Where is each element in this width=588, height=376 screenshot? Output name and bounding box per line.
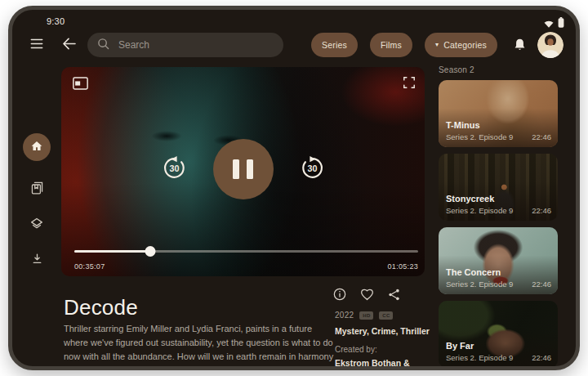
genres-text: Mystery, Crime, Thriller xyxy=(335,326,433,336)
pause-button[interactable] xyxy=(213,139,274,199)
episode-subtitle: Series 2. Episode 9 xyxy=(446,132,513,141)
layers-icon xyxy=(29,217,44,235)
categories-chip[interactable]: ▾ Categories xyxy=(425,33,497,57)
notifications-button[interactable] xyxy=(514,37,526,54)
app-screen: 9:30 Series Films xyxy=(12,10,576,366)
heart-icon xyxy=(360,289,374,303)
nav-rail xyxy=(23,133,51,268)
creators-line-2: Gabriela Suárez xyxy=(335,369,433,370)
episode-duration: 22:46 xyxy=(532,280,551,289)
episode-card-t-minus[interactable]: T-Minus Series 2. Episode 9 22:46 xyxy=(439,80,558,147)
cc-badge: CC xyxy=(379,311,393,320)
films-chip[interactable]: Films xyxy=(370,33,412,57)
menu-button[interactable] xyxy=(30,38,43,51)
info-button[interactable] xyxy=(333,288,346,303)
battery-icon xyxy=(558,16,564,31)
wifi-icon xyxy=(544,16,554,31)
episode-subtitle: Series 2. Episode 9 xyxy=(446,206,513,215)
info-icon xyxy=(333,288,346,303)
season-label: Season 2 xyxy=(439,65,558,74)
seek-progress xyxy=(74,250,150,253)
profile-avatar[interactable] xyxy=(537,32,564,58)
rail-item-subscriptions[interactable] xyxy=(29,217,44,235)
bell-icon xyxy=(514,37,526,54)
share-icon xyxy=(388,289,400,303)
title-actions xyxy=(333,288,400,303)
picture-in-picture-icon xyxy=(73,77,88,92)
status-time: 9:30 xyxy=(47,16,65,26)
episodes-sidebar: Season 2 T-Minus Series 2. Episode 9 22:… xyxy=(439,65,558,370)
download-icon xyxy=(31,253,43,268)
rail-item-library[interactable] xyxy=(29,179,45,199)
episode-duration: 22:46 xyxy=(532,132,551,141)
episode-card-stonycreek[interactable]: Stonycreek Series 2. Episode 9 22:46 xyxy=(439,154,558,221)
share-button[interactable] xyxy=(388,289,400,303)
created-by-label: Created by: xyxy=(335,345,433,354)
top-navbar: Series Films ▾ Categories xyxy=(12,31,576,59)
avatar-image xyxy=(537,32,564,58)
forward-30-button[interactable]: 30 xyxy=(300,155,325,183)
episode-title: T-Minus xyxy=(446,120,551,130)
rail-item-downloads[interactable] xyxy=(31,253,43,268)
replay-30-icon: 30 xyxy=(162,155,187,183)
episode-title: Stonycreek xyxy=(446,194,551,204)
total-duration: 01:05:23 xyxy=(388,262,418,271)
chevron-down-icon: ▾ xyxy=(435,42,439,48)
rail-item-home[interactable] xyxy=(23,133,51,161)
home-icon xyxy=(30,140,43,155)
synopsis-text: Thriller starring Emily Miller and Lydia… xyxy=(64,322,335,370)
video-player[interactable]: 30 30 00:35:07 01:05:23 xyxy=(61,67,425,276)
creators-line-1: Ekstrom Bothan & xyxy=(335,357,433,369)
elapsed-time: 00:35:07 xyxy=(74,262,105,271)
films-chip-label: Films xyxy=(381,40,402,50)
search-input[interactable] xyxy=(117,38,274,51)
search-icon xyxy=(97,38,109,53)
transport-controls: 30 30 xyxy=(61,139,425,199)
forward-30-icon: 30 xyxy=(300,155,325,183)
seek-thumb[interactable] xyxy=(145,246,155,257)
episode-title: The Concern xyxy=(446,267,551,277)
search-bar[interactable] xyxy=(87,33,283,57)
page-title: Decode xyxy=(64,295,138,320)
episode-subtitle: Series 2. Episode 9 xyxy=(446,280,513,289)
episode-duration: 22:46 xyxy=(532,353,551,362)
categories-chip-label: Categories xyxy=(443,40,487,50)
fullscreen-button[interactable] xyxy=(403,77,415,91)
series-chip[interactable]: Series xyxy=(311,33,358,57)
hd-badge: HD xyxy=(359,311,373,320)
meta-panel: 2022 HD CC Mystery, Crime, Thriller Crea… xyxy=(335,311,433,370)
back-button[interactable] xyxy=(62,38,76,52)
arrow-back-icon xyxy=(62,38,76,52)
episode-title: By Far xyxy=(446,341,551,351)
seek-bar[interactable] xyxy=(74,245,418,257)
tablet-frame: 9:30 Series Films xyxy=(8,6,580,370)
release-year: 2022 xyxy=(335,311,354,320)
episode-card-by-far[interactable]: By Far Series 2. Episode 9 22:46 xyxy=(439,301,558,368)
episode-subtitle: Series 2. Episode 9 xyxy=(446,353,513,362)
pause-icon xyxy=(233,159,239,179)
status-bar: 9:30 xyxy=(12,15,576,28)
rewind-30-button[interactable]: 30 xyxy=(162,155,187,183)
bookmarks-icon xyxy=(29,179,45,199)
pip-button[interactable] xyxy=(73,77,88,92)
series-chip-label: Series xyxy=(322,40,347,50)
episode-duration: 22:46 xyxy=(532,206,551,215)
svg-text:30: 30 xyxy=(307,163,317,173)
episode-card-the-concern[interactable]: The Concern Series 2. Episode 9 22:46 xyxy=(439,227,558,294)
fullscreen-icon xyxy=(403,77,415,91)
hamburger-icon xyxy=(30,38,43,51)
favorite-button[interactable] xyxy=(360,289,374,303)
svg-text:30: 30 xyxy=(169,163,179,173)
